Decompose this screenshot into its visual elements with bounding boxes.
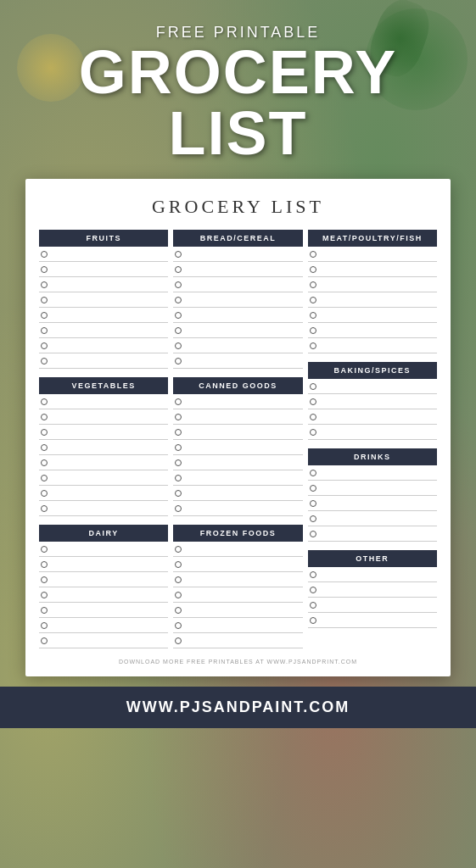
checkbox-circle: [310, 602, 316, 609]
list-item: [39, 353, 168, 369]
checkbox-circle: [175, 607, 182, 614]
checkbox-circle: [310, 571, 316, 578]
list-item: [173, 292, 302, 308]
dairy-header: DAIRY: [39, 525, 168, 542]
checkbox-circle: [41, 398, 48, 405]
frozen-foods-section: FROZEN FOODS: [173, 525, 302, 648]
checkbox-circle: [175, 429, 182, 436]
dairy-section: DAIRY: [39, 525, 168, 648]
list-item: [308, 496, 437, 511]
drinks-section: DRINKS: [308, 448, 437, 542]
frozen-foods-header: FROZEN FOODS: [173, 525, 302, 542]
list-item: [173, 587, 302, 603]
list-item: [308, 511, 437, 526]
checkbox-circle: [175, 546, 182, 553]
fruits-header: FRUITS: [39, 230, 168, 247]
checkbox-circle: [310, 251, 316, 258]
list-item: [173, 603, 302, 618]
checkbox-circle: [175, 475, 182, 481]
list-item: [173, 501, 302, 516]
list-item: [173, 440, 302, 455]
checkbox-circle: [175, 505, 182, 512]
list-item: [173, 618, 302, 633]
checkbox-circle: [41, 475, 48, 481]
list-item: [308, 613, 437, 628]
list-item: [308, 481, 437, 496]
checkbox-circle: [310, 587, 316, 593]
dairy-rows: [39, 542, 168, 648]
checkbox-circle: [310, 515, 316, 522]
other-section: OTHER: [308, 550, 437, 628]
checkbox-circle: [175, 297, 182, 303]
checkbox-circle: [310, 342, 316, 349]
list-item: [173, 557, 302, 572]
checkbox-circle: [175, 576, 182, 583]
checkbox-circle: [310, 266, 316, 273]
list-item: [39, 486, 168, 501]
list-item: [39, 440, 168, 455]
checkbox-circle: [175, 444, 182, 451]
checkbox-circle: [310, 383, 316, 390]
list-item: [39, 247, 168, 262]
checkbox-circle: [41, 505, 48, 512]
list-item: [308, 598, 437, 613]
list-item: [173, 455, 302, 470]
footer-url: WWW.PJSANDPAINT.COM: [8, 698, 468, 716]
vegetables-rows: [39, 394, 168, 516]
checkbox-circle: [175, 342, 182, 349]
meat-section: MEAT/POULTRY/FISH: [308, 230, 437, 353]
meat-rows: [308, 247, 437, 353]
checkbox-circle: [175, 490, 182, 497]
column-2: BREAD/CEREAL CANNED GOODS: [173, 230, 302, 652]
fruits-rows: [39, 247, 168, 369]
list-item: [39, 262, 168, 277]
list-item: [308, 567, 437, 582]
list-item: [39, 409, 168, 425]
list-item: [173, 394, 302, 409]
list-item: [308, 526, 437, 542]
grocery-list-card: GROCERY LIST FRUITS: [25, 179, 451, 676]
vegetables-section: VEGETABLES: [39, 377, 168, 516]
checkbox-circle: [310, 485, 316, 492]
checkbox-circle: [41, 592, 48, 598]
other-header: OTHER: [308, 550, 437, 567]
checkbox-circle: [175, 622, 182, 629]
checkbox-circle: [41, 297, 48, 303]
checkbox-circle: [175, 398, 182, 405]
list-item: [308, 338, 437, 353]
checkbox-circle: [310, 398, 316, 405]
checkbox-circle: [175, 266, 182, 273]
list-item: [39, 338, 168, 353]
list-item: [308, 409, 437, 425]
baking-header: BAKING/SPICES: [308, 362, 437, 379]
list-item: [39, 603, 168, 618]
bread-section: BREAD/CEREAL: [173, 230, 302, 369]
checkbox-circle: [175, 414, 182, 420]
list-item: [308, 425, 437, 440]
checkbox-circle: [41, 342, 48, 349]
list-item: [39, 618, 168, 633]
canned-goods-section: CANNED GOODS: [173, 377, 302, 516]
checkbox-circle: [310, 531, 316, 537]
bread-header: BREAD/CEREAL: [173, 230, 302, 247]
canned-goods-rows: [173, 394, 302, 516]
grocery-grid: FRUITS VEGETABLES: [39, 230, 437, 652]
list-item: [308, 277, 437, 292]
checkbox-circle: [175, 251, 182, 258]
list-item: [39, 394, 168, 409]
column-1: FRUITS VEGETABLES: [39, 230, 168, 652]
list-item: [173, 323, 302, 338]
checkbox-circle: [41, 607, 48, 614]
fruits-section: FRUITS: [39, 230, 168, 369]
checkbox-circle: [41, 327, 48, 334]
list-item: [308, 247, 437, 262]
list-item: [39, 470, 168, 486]
list-item: [39, 323, 168, 338]
checkbox-circle: [175, 358, 182, 364]
checkbox-circle: [41, 429, 48, 436]
checkbox-circle: [175, 312, 182, 319]
list-item: [308, 292, 437, 308]
checkbox-circle: [41, 637, 48, 644]
checkbox-circle: [175, 281, 182, 288]
checkbox-circle: [41, 490, 48, 497]
